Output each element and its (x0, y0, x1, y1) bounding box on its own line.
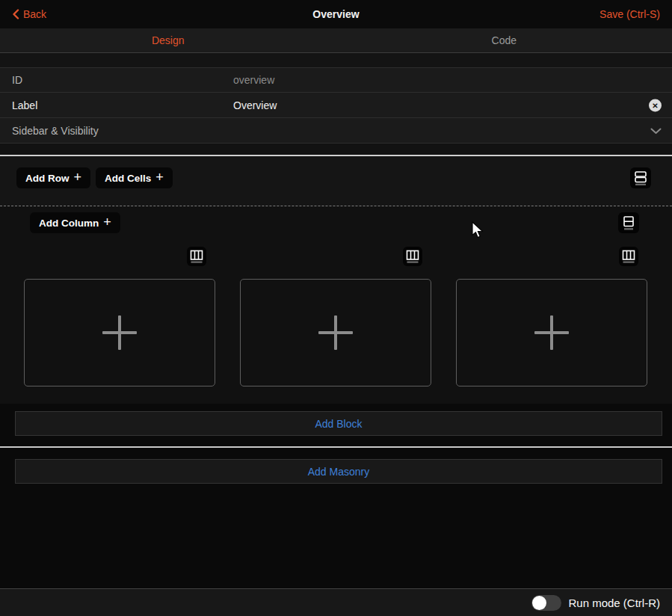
id-label: ID (0, 74, 233, 86)
chevron-down-icon[interactable] (650, 124, 662, 138)
stacked-rows-icon (633, 170, 648, 186)
add-widget-placeholder-2[interactable] (240, 279, 431, 386)
add-column-line: Add Column + (0, 212, 672, 233)
column-settings-row (0, 247, 672, 266)
top-bar: Back Overview Save (Ctrl-S) (0, 0, 672, 28)
add-column-button[interactable]: Add Column + (30, 212, 120, 233)
row-canvas: Add Column + (0, 206, 672, 404)
row-stack-settings-button[interactable] (630, 167, 651, 188)
property-row-label: Label Overview ✕ (0, 93, 672, 118)
tab-bar: Design Code (0, 28, 672, 53)
columns-icon (405, 249, 420, 264)
columns-icon (189, 249, 204, 264)
column-settings-button-1[interactable] (187, 247, 206, 266)
tab-design[interactable]: Design (0, 28, 336, 52)
add-masonry-label: Add Masonry (308, 466, 369, 478)
id-value[interactable]: overview (233, 74, 274, 86)
section-divider (0, 446, 672, 448)
add-column-label: Add Column (39, 218, 99, 229)
properties-spacer (0, 53, 672, 67)
back-button[interactable]: Back (12, 8, 46, 20)
label-value[interactable]: Overview (233, 99, 277, 111)
plus-icon (318, 315, 353, 350)
columns-icon (621, 249, 636, 264)
add-cells-button[interactable]: Add Cells + (96, 167, 173, 188)
property-row-sidebar-visibility[interactable]: Sidebar & Visibility (0, 118, 672, 144)
footer-bar: Run mode (Ctrl-R) (0, 588, 672, 616)
run-mode-label: Run mode (Ctrl-R) (568, 597, 660, 609)
column-settings-button-3[interactable] (619, 247, 638, 266)
property-row-id: ID overview (0, 67, 672, 93)
page-title: Overview (0, 0, 672, 28)
add-block-label: Add Block (315, 418, 362, 430)
clear-icon: ✕ (652, 101, 658, 109)
add-masonry-button[interactable]: Add Masonry (15, 459, 662, 484)
add-row-button[interactable]: Add Row + (16, 167, 90, 188)
add-block-button[interactable]: Add Block (15, 411, 662, 436)
add-widget-placeholder-1[interactable] (24, 279, 215, 386)
add-row-label: Add Row (25, 173, 70, 184)
tab-code[interactable]: Code (336, 28, 672, 52)
add-widget-placeholder-3[interactable] (456, 279, 647, 386)
split-row-icon (621, 215, 636, 231)
plus-icon (534, 315, 569, 350)
column-placeholders (24, 279, 648, 386)
plus-icon: + (155, 170, 164, 184)
back-label: Back (23, 8, 46, 20)
column-settings-button-2[interactable] (403, 247, 422, 266)
layout-toolbar: Add Row + Add Cells + (0, 156, 672, 206)
save-button[interactable]: Save (Ctrl-S) (599, 8, 660, 20)
add-cells-label: Add Cells (105, 173, 151, 184)
back-chevron-icon (12, 9, 19, 19)
plus-icon: + (74, 170, 82, 184)
plus-icon (102, 315, 137, 350)
row-split-settings-button[interactable] (618, 212, 639, 233)
spacer (0, 144, 672, 155)
clear-label-button[interactable]: ✕ (649, 99, 662, 111)
toggle-knob (532, 596, 546, 610)
properties-section: ID overview Label Overview ✕ Sidebar & V… (0, 67, 672, 144)
label-label: Label (0, 99, 233, 111)
run-mode-toggle[interactable] (531, 595, 561, 611)
plus-icon: + (103, 215, 111, 229)
sidebar-visibility-label: Sidebar & Visibility (0, 125, 233, 137)
toolbar-buttons: Add Row + Add Cells + (16, 167, 173, 188)
